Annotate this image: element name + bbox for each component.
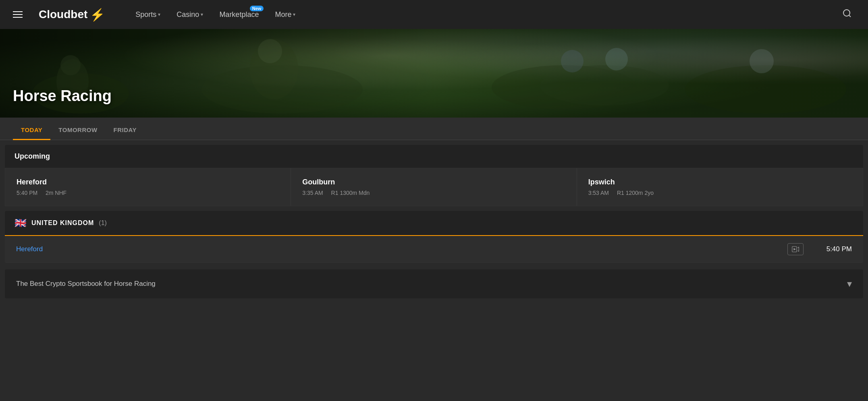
tab-today[interactable]: TODAY xyxy=(13,120,50,140)
country-section-uk: 🇬🇧 UNITED KINGDOM (1) Hereford 5:40 PM xyxy=(5,211,863,263)
race-time-0: 5:40 PM xyxy=(812,245,852,253)
video-stream-button-0[interactable] xyxy=(787,243,804,255)
race-row-0: Hereford 5:40 PM xyxy=(5,236,863,263)
footer-promo-bar[interactable]: The Best Crypto Sportsbook for Horse Rac… xyxy=(5,269,863,298)
nav-casino[interactable]: Casino ▾ xyxy=(170,7,210,22)
nav-more[interactable]: More ▾ xyxy=(268,7,302,22)
country-name: UNITED KINGDOM xyxy=(31,219,94,227)
upcoming-card-name-1: Goulburn xyxy=(302,178,565,186)
svg-point-13 xyxy=(750,49,774,73)
upcoming-card-meta-2: 3:53 AM R1 1200m 2yo xyxy=(588,190,851,196)
day-tabs: TODAY TOMORROW FRIDAY xyxy=(0,118,868,140)
nav-marketplace[interactable]: Marketplace New xyxy=(213,7,265,22)
lightning-icon: ⚡ xyxy=(90,8,105,22)
race-name-link-0[interactable]: Hereford xyxy=(16,245,779,253)
chevron-down-icon: ▾ xyxy=(201,12,203,17)
svg-marker-15 xyxy=(794,248,796,250)
play-icon xyxy=(792,246,799,253)
svg-point-7 xyxy=(258,39,282,63)
upcoming-card-meta-1: 3:35 AM R1 1300m Mdn xyxy=(302,190,565,196)
chevron-down-icon: ▾ xyxy=(293,12,295,17)
svg-point-10 xyxy=(561,50,584,72)
chevron-down-icon: ▾ xyxy=(847,278,852,289)
main-nav: Sports ▾ Casino ▾ Marketplace New More ▾ xyxy=(129,7,823,22)
upcoming-card-1[interactable]: Goulburn 3:35 AM R1 1300m Mdn xyxy=(291,168,577,206)
chevron-down-icon: ▾ xyxy=(158,12,160,17)
upcoming-cards: Hereford 5:40 PM 2m NHF Goulburn 3:35 AM… xyxy=(5,168,863,206)
svg-line-1 xyxy=(849,15,851,17)
nav-sports[interactable]: Sports ▾ xyxy=(129,7,167,22)
svg-point-0 xyxy=(843,10,850,16)
country-header-uk: 🇬🇧 UNITED KINGDOM (1) xyxy=(5,211,863,236)
upcoming-section-header: Upcoming xyxy=(5,145,863,168)
svg-point-4 xyxy=(60,55,81,75)
hamburger-menu[interactable] xyxy=(13,11,23,18)
search-button[interactable] xyxy=(839,5,855,24)
upcoming-card-name-0: Hereford xyxy=(17,178,279,186)
country-race-count: (1) xyxy=(99,219,107,227)
tab-friday[interactable]: FRIDAY xyxy=(106,120,145,140)
upcoming-title: Upcoming xyxy=(15,152,50,160)
site-header: Cloudbet ⚡ Sports ▾ Casino ▾ Marketplace… xyxy=(0,0,868,29)
logo-text: Cloudbet xyxy=(39,8,87,21)
tab-tomorrow[interactable]: TOMORROW xyxy=(50,120,105,140)
svg-point-9 xyxy=(540,65,669,105)
page-title: Horse Racing xyxy=(13,87,112,105)
site-logo[interactable]: Cloudbet ⚡ xyxy=(39,8,105,22)
upcoming-card-2[interactable]: Ipswich 3:53 AM R1 1200m 2yo xyxy=(577,168,863,206)
upcoming-card-0[interactable]: Hereford 5:40 PM 2m NHF xyxy=(5,168,291,206)
footer-promo-text: The Best Crypto Sportsbook for Horse Rac… xyxy=(16,280,156,288)
uk-flag-icon: 🇬🇧 xyxy=(15,217,27,229)
main-content: Upcoming Hereford 5:40 PM 2m NHF Goulbur… xyxy=(0,145,868,298)
upcoming-card-meta-0: 5:40 PM 2m NHF xyxy=(17,190,279,196)
upcoming-card-name-2: Ipswich xyxy=(588,178,851,186)
new-badge: New xyxy=(250,6,264,11)
svg-point-11 xyxy=(605,48,628,70)
hero-banner: Horse Racing xyxy=(0,29,868,118)
